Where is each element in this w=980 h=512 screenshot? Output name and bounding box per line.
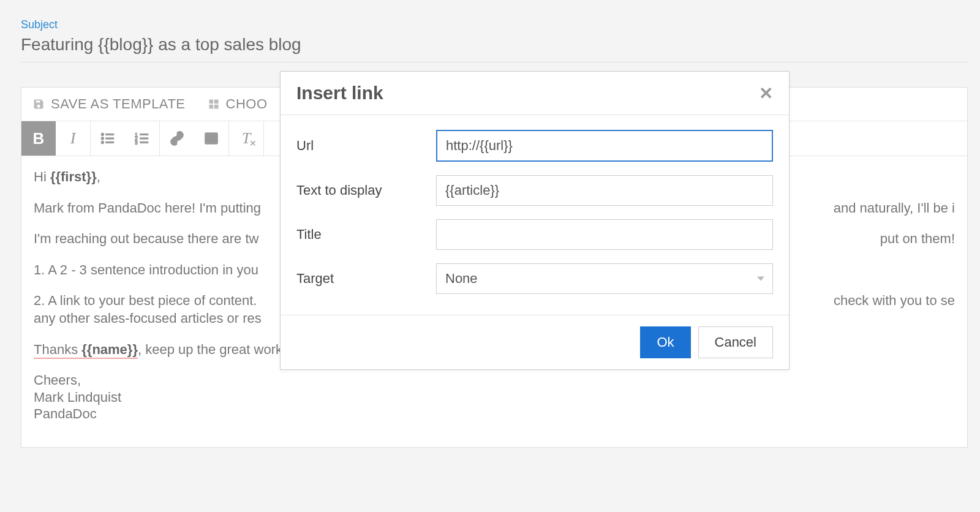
body-p4a: 2. A link to your best piece of content. bbox=[34, 292, 257, 310]
choose-template-button[interactable]: CHOO bbox=[208, 96, 268, 112]
body-p2: I'm reaching out because there are tw bbox=[34, 230, 258, 248]
svg-rect-0 bbox=[209, 100, 213, 104]
signature-line-3: PandaDoc bbox=[34, 405, 955, 423]
body-p4a-tail: check with you to se bbox=[834, 292, 955, 310]
body-p5-prefix: Thanks bbox=[34, 342, 81, 357]
tiles-icon bbox=[208, 98, 220, 110]
url-label: Url bbox=[296, 138, 436, 154]
greeting-prefix: Hi bbox=[34, 169, 50, 184]
insert-link-modal: Insert link ✕ Url Text to display Title … bbox=[280, 71, 790, 370]
svg-point-4 bbox=[101, 133, 104, 135]
save-icon bbox=[32, 98, 45, 110]
body-p5-token: {{name}} bbox=[81, 342, 138, 359]
image-icon bbox=[203, 130, 219, 146]
bullet-list-button[interactable] bbox=[91, 121, 125, 156]
subject-field[interactable]: Featuring {{blog}} as a top sales blog bbox=[21, 35, 968, 62]
svg-rect-2 bbox=[209, 105, 213, 109]
chevron-down-icon bbox=[757, 277, 764, 281]
signature-line-1: Cheers, bbox=[34, 372, 955, 389]
body-p2-tail: put on them! bbox=[880, 230, 955, 248]
greeting-token: {{first}} bbox=[50, 169, 97, 184]
svg-rect-5 bbox=[106, 134, 114, 135]
title-label: Title bbox=[296, 227, 436, 243]
svg-rect-9 bbox=[106, 141, 114, 143]
svg-rect-7 bbox=[106, 138, 114, 139]
save-as-template-button[interactable]: SAVE AS TEMPLATE bbox=[32, 96, 186, 112]
italic-button[interactable]: I bbox=[56, 121, 90, 156]
url-input[interactable] bbox=[436, 130, 773, 162]
link-button[interactable] bbox=[160, 121, 194, 156]
clear-format-button[interactable]: T✕ bbox=[229, 121, 263, 156]
image-button[interactable] bbox=[194, 121, 228, 156]
svg-rect-3 bbox=[214, 105, 218, 109]
clear-format-icon: T✕ bbox=[242, 129, 251, 148]
body-p1: Mark from PandaDoc here! I'm putting bbox=[34, 200, 261, 217]
bullet-list-icon bbox=[100, 130, 116, 146]
svg-text:3: 3 bbox=[135, 140, 138, 146]
signature-line-2: Mark Lindquist bbox=[34, 389, 955, 406]
text-to-display-label: Text to display bbox=[296, 183, 436, 198]
cancel-button[interactable]: Cancel bbox=[698, 326, 773, 358]
close-icon: ✕ bbox=[759, 84, 773, 103]
body-p1-tail: and naturally, I'll be i bbox=[834, 200, 955, 217]
modal-close-button[interactable]: ✕ bbox=[759, 83, 773, 104]
numbered-list-button[interactable]: 123 bbox=[125, 121, 159, 156]
svg-point-6 bbox=[101, 137, 104, 140]
save-as-template-label: SAVE AS TEMPLATE bbox=[51, 96, 186, 112]
numbered-list-icon: 123 bbox=[134, 130, 150, 146]
svg-rect-15 bbox=[140, 141, 148, 143]
target-select[interactable] bbox=[436, 263, 773, 294]
text-to-display-input[interactable] bbox=[436, 175, 773, 206]
svg-rect-11 bbox=[140, 134, 148, 135]
svg-rect-13 bbox=[140, 138, 148, 139]
ok-button[interactable]: Ok bbox=[640, 326, 690, 358]
choose-template-label: CHOO bbox=[226, 96, 268, 112]
bold-button[interactable]: B bbox=[21, 121, 56, 156]
title-input[interactable] bbox=[436, 219, 773, 250]
greeting-suffix: , bbox=[97, 169, 100, 184]
svg-point-8 bbox=[101, 141, 104, 143]
svg-rect-1 bbox=[214, 100, 218, 104]
link-icon bbox=[169, 130, 185, 146]
subject-label: Subject bbox=[21, 18, 968, 31]
target-label: Target bbox=[296, 271, 436, 287]
modal-title: Insert link bbox=[296, 83, 383, 104]
svg-rect-16 bbox=[205, 133, 217, 143]
